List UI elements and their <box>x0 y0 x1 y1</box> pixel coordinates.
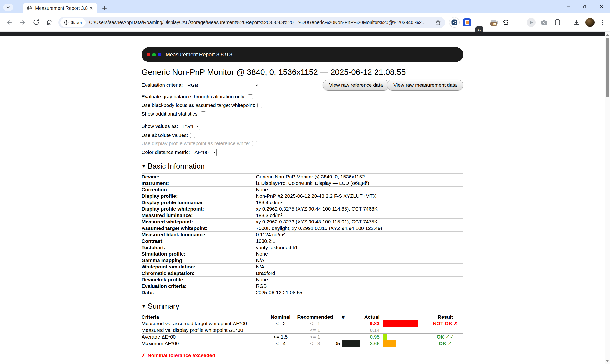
fail-x-icon: ✗ <box>142 352 146 358</box>
new-tab-button[interactable] <box>100 4 109 12</box>
file-scheme-chip[interactable]: Файл <box>60 18 86 27</box>
summary-table: Criteria Nominal Recommended # Actual Re… <box>142 314 463 347</box>
summary-row: Measured vs. display profile whitepoint … <box>142 327 463 334</box>
report-title-pill: Measurement Report 3.8.9.3 <box>142 47 463 62</box>
pill-title: Measurement Report 3.8.9.3 <box>166 52 232 58</box>
restore-button[interactable] <box>577 0 593 13</box>
address-bar[interactable]: Файл C:/Users/aashe/AppData/Roaming/Disp… <box>58 17 445 28</box>
basic-information-table: Device:Generic Non-PnP Monitor @ 3840, 0… <box>142 173 463 296</box>
delta-e-bar <box>383 334 387 340</box>
delta-e-bar <box>383 320 418 327</box>
gray-balance-checkbox[interactable] <box>248 94 253 99</box>
reload-button[interactable] <box>32 18 40 26</box>
use-absolute-values-checkbox[interactable] <box>190 133 195 138</box>
table-row: Chromatic adaptation:Bradford <box>142 270 463 276</box>
scrollbar-thumb[interactable] <box>606 38 609 97</box>
evaluation-criteria-select[interactable]: RGB <box>185 81 259 89</box>
kebab-menu-icon[interactable]: ⋮ <box>599 19 606 26</box>
home-icon <box>46 19 53 26</box>
browser-toolbar: Файл C:/Users/aashe/AppData/Roaming/Disp… <box>0 13 610 32</box>
tab-title: Measurement Report 3.8.9.3 — <box>35 5 88 11</box>
file-chip-label: Файл <box>71 20 82 25</box>
collapse-triangle-icon[interactable]: ▼ <box>142 164 146 169</box>
info-icon <box>64 20 69 25</box>
report-page: Measurement Report 3.8.9.3 Generic Non-P… <box>0 37 605 364</box>
blackbody-locus-label: Use blackbody locus as assumed target wh… <box>142 103 255 108</box>
play-icon: ▶ <box>530 20 533 25</box>
home-button[interactable] <box>45 18 53 26</box>
reload-icon <box>33 19 39 26</box>
rgb-dots-icon <box>147 53 161 56</box>
download-icon <box>573 19 580 26</box>
bookmark-star-icon[interactable] <box>435 19 441 26</box>
back-button[interactable] <box>5 18 13 26</box>
chevron-down-icon <box>5 5 11 10</box>
result-badge: OK ✓✓ <box>428 334 463 340</box>
collapse-triangle-icon[interactable]: ▼ <box>142 304 146 309</box>
color-distance-metric-select[interactable]: ΔE*00 <box>192 149 217 156</box>
forward-button[interactable] <box>19 18 27 26</box>
additional-statistics-checkbox[interactable] <box>201 112 206 117</box>
sync-extension-icon[interactable] <box>502 19 509 26</box>
restore-icon <box>582 4 588 9</box>
downloads-button[interactable] <box>573 19 580 26</box>
summary-row: Measured vs. assumed target whitepoint Δ… <box>142 320 463 327</box>
table-row: Testchart:verify_extended.ti1 <box>142 244 463 251</box>
basic-information-heading[interactable]: ▼Basic Information <box>142 162 463 171</box>
table-row: Display profile luminance:183.4 cd/m² <box>142 199 463 206</box>
table-row: Assumed target whitepoint:7500K daylight… <box>142 225 463 231</box>
camera-extension-icon[interactable] <box>541 19 548 26</box>
show-values-as-select[interactable]: L*a*b* <box>180 123 200 130</box>
profile-avatar[interactable] <box>585 18 595 27</box>
tab-search-button[interactable] <box>3 4 13 11</box>
forward-icon <box>19 19 26 26</box>
off-badge: Off <box>490 22 497 26</box>
minimize-button[interactable] <box>560 0 577 13</box>
play-extension-icon[interactable]: ▶ <box>527 18 536 27</box>
table-row: Correction:None <box>142 186 463 193</box>
share-extension-icon <box>451 19 458 26</box>
plus-icon <box>102 5 107 11</box>
clipboard-extension-icon[interactable] <box>554 19 561 26</box>
page-title: Generic Non-PnP Monitor @ 3840, 0, 1536x… <box>142 67 463 77</box>
url-text[interactable]: C:/Users/aashe/AppData/Roaming/DisplayCA… <box>89 20 433 25</box>
page-scrollbar[interactable] <box>605 32 610 364</box>
view-raw-measurement-data-button[interactable]: View raw measurement data <box>387 79 463 91</box>
close-icon <box>599 4 604 9</box>
page-top-strip <box>0 32 605 37</box>
patch-color-swatch <box>342 340 360 347</box>
table-row: Evaluation criteria:RGB <box>142 283 463 289</box>
summary-heading[interactable]: ▼Summary <box>142 302 463 312</box>
globe-favicon-icon <box>27 5 32 11</box>
table-row: Measured black luminance:0.1124 cd/m² <box>142 231 463 238</box>
color-distance-metric-label: Color distance metric: <box>142 149 190 155</box>
window-controls <box>560 0 610 13</box>
close-window-button[interactable] <box>593 0 610 13</box>
tab-close-icon[interactable] <box>88 5 94 12</box>
table-row: Simulation profile:None <box>142 251 463 257</box>
tolerance-exceeded-note: ✗Nominal tolerance exceeded <box>142 352 463 358</box>
view-raw-reference-data-button[interactable]: View raw reference data <box>323 79 389 91</box>
browser-tab[interactable]: Measurement Report 3.8.9.3 — <box>23 3 97 13</box>
delta-e-bar <box>383 340 397 347</box>
table-row: Measured luminance:183.3 cd/m² <box>142 212 463 219</box>
minimize-icon <box>566 4 571 9</box>
table-row: Instrument:i1 DisplayPro, ColorMunki Dis… <box>142 180 463 186</box>
table-row: Device:Generic Non-PnP Monitor @ 3840, 0… <box>142 173 463 180</box>
scrollbar-down-arrow[interactable] <box>606 360 609 362</box>
display-profile-whitepoint-label: Use display profile whitepoint as refere… <box>142 141 250 146</box>
summary-header-row: Criteria Nominal Recommended # Actual Re… <box>142 314 463 320</box>
show-values-as-label: Show values as: <box>142 123 178 129</box>
scrollbar-up-arrow[interactable] <box>606 34 609 36</box>
table-row: Date:2025-06-12 21:08:55 <box>142 289 463 296</box>
toolbar-separator <box>565 19 565 26</box>
blackbody-locus-checkbox[interactable] <box>257 103 262 108</box>
share-extension-button[interactable] <box>449 17 460 28</box>
use-absolute-values-label: Use absolute values: <box>142 132 188 138</box>
table-row: Devicelink profile:None <box>142 276 463 283</box>
result-badge: NOT OK ✗ <box>428 320 463 327</box>
additional-statistics-label: Show additional statistics: <box>142 111 199 117</box>
blue-extension-icon[interactable] <box>463 18 471 26</box>
cup-off-extension-icon[interactable]: Off <box>491 20 496 24</box>
table-row: Display profile whitepoint:xy 0.2962 0.3… <box>142 206 463 212</box>
